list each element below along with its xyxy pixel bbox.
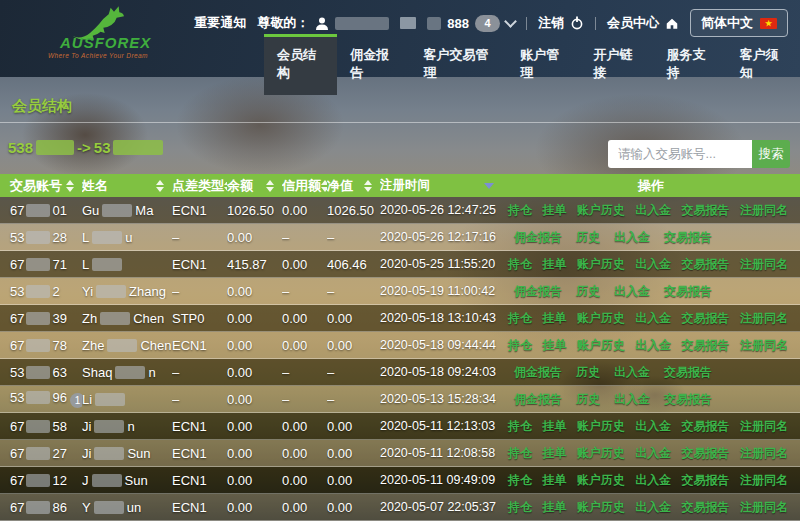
action-link[interactable]: 注册同名 (740, 499, 788, 516)
action-link[interactable]: 交易报告 (682, 202, 730, 219)
action-link[interactable]: 出入金 (635, 337, 671, 354)
search-input[interactable] (608, 140, 752, 168)
action-link[interactable]: 出入金 (635, 256, 671, 273)
action-link[interactable]: 交易报告 (682, 445, 730, 462)
action-link[interactable]: 持仓 (508, 499, 532, 516)
action-link[interactable]: 交易报告 (664, 283, 712, 300)
action-link[interactable]: 持仓 (508, 445, 532, 462)
sort-icon[interactable] (156, 180, 164, 192)
action-link[interactable]: 出入金 (635, 499, 671, 516)
sort-icon[interactable] (66, 180, 74, 192)
action-link[interactable]: 注册同名 (740, 445, 788, 462)
action-link[interactable]: 持仓 (508, 472, 532, 489)
breadcrumb-from[interactable]: 538 (8, 139, 33, 156)
account-prefix: 53 (10, 284, 24, 299)
action-link[interactable]: 出入金 (614, 283, 650, 300)
action-link[interactable]: 注册同名 (740, 337, 788, 354)
action-link[interactable]: 账户历史 (577, 418, 625, 435)
action-link[interactable]: 交易报告 (664, 364, 712, 381)
action-link[interactable]: 佣金报告 (514, 391, 562, 408)
header-cell[interactable]: 余额 (227, 177, 282, 195)
action-link[interactable]: 注册同名 (740, 472, 788, 489)
action-link[interactable]: 历史 (576, 391, 600, 408)
action-link[interactable]: 交易报告 (682, 256, 730, 273)
action-link[interactable]: 挂单 (542, 472, 566, 489)
table-row: 6701GuMaECN11026.500.001026.502020-05-26… (0, 197, 800, 224)
nav-tab[interactable]: 服务支持 (654, 34, 727, 95)
action-link[interactable]: 注册同名 (740, 256, 788, 273)
action-link[interactable]: 出入金 (635, 310, 671, 327)
header-cell[interactable]: 点差类型 (172, 177, 227, 195)
action-link[interactable]: 出入金 (614, 364, 650, 381)
action-link[interactable]: 账户历史 (577, 310, 625, 327)
action-link[interactable]: 历史 (576, 364, 600, 381)
nav-tab[interactable]: 佣金报告 (337, 34, 410, 95)
action-link[interactable]: 历史 (576, 283, 600, 300)
action-link[interactable]: 持仓 (508, 202, 532, 219)
action-link[interactable]: 账户历史 (577, 472, 625, 489)
action-link[interactable]: 持仓 (508, 418, 532, 435)
action-link[interactable]: 挂单 (542, 337, 566, 354)
sort-icon[interactable] (364, 180, 372, 192)
action-link[interactable]: 佣金报告 (514, 283, 562, 300)
nav-tab[interactable]: 开户链接 (580, 34, 653, 95)
header-cell[interactable]: 姓名 (82, 177, 172, 195)
header-cell[interactable]: 交易账号 (0, 177, 82, 195)
name-suffix: n (148, 365, 155, 380)
action-link[interactable]: 挂单 (542, 418, 566, 435)
search-button[interactable]: 搜索 (752, 140, 790, 168)
important-notice-link[interactable]: 重要通知 (194, 14, 246, 32)
action-link[interactable]: 出入金 (635, 418, 671, 435)
action-link[interactable]: 注册同名 (740, 418, 788, 435)
nav-tab[interactable]: 客户须知 (727, 34, 800, 95)
language-button[interactable]: 简体中文 ★ (690, 9, 788, 37)
action-link[interactable]: 交易报告 (682, 418, 730, 435)
action-link[interactable]: 出入金 (614, 229, 650, 246)
member-center-link[interactable]: 会员中心 (607, 14, 679, 32)
action-link[interactable]: 历史 (576, 229, 600, 246)
action-link[interactable]: 账户历史 (577, 499, 625, 516)
action-link[interactable]: 注册同名 (740, 310, 788, 327)
actions-cell: 持仓挂单账户历史出入金交易报告注册同名 (502, 499, 800, 516)
action-link[interactable]: 佣金报告 (514, 229, 562, 246)
account-switcher[interactable]: 888 4 (427, 15, 515, 32)
action-link[interactable]: 注册同名 (740, 202, 788, 219)
action-link[interactable]: 持仓 (508, 310, 532, 327)
action-link[interactable]: 账户历史 (577, 202, 625, 219)
action-link[interactable]: 交易报告 (682, 499, 730, 516)
action-link[interactable]: 交易报告 (682, 310, 730, 327)
action-link[interactable]: 出入金 (635, 445, 671, 462)
header-cell[interactable]: 净值 (327, 177, 380, 195)
action-link[interactable]: 出入金 (614, 391, 650, 408)
action-link[interactable]: 挂单 (542, 202, 566, 219)
action-link[interactable]: 挂单 (542, 445, 566, 462)
account-prefix: 53 (10, 390, 24, 405)
action-link[interactable]: 交易报告 (682, 337, 730, 354)
action-link[interactable]: 持仓 (508, 256, 532, 273)
action-link[interactable]: 挂单 (542, 499, 566, 516)
action-link[interactable]: 挂单 (542, 256, 566, 273)
action-link[interactable]: 交易报告 (664, 391, 712, 408)
nav-tab[interactable]: 会员结构 (264, 34, 337, 95)
action-link[interactable]: 交易报告 (682, 472, 730, 489)
sub-member-count-badge[interactable]: 1 (70, 393, 82, 408)
action-link[interactable]: 账户历史 (577, 337, 625, 354)
header-cell[interactable]: 操作 (502, 177, 800, 195)
action-link[interactable]: 佣金报告 (514, 364, 562, 381)
action-link[interactable]: 出入金 (635, 472, 671, 489)
header-cell[interactable]: 注册时间 (380, 177, 502, 194)
name-suffix: u (125, 230, 132, 245)
nav-tab[interactable]: 账户管理 (507, 34, 580, 95)
action-link[interactable]: 挂单 (542, 310, 566, 327)
nav-tab[interactable]: 客户交易管理 (410, 34, 507, 95)
name-suffix: Zhang (129, 284, 166, 299)
sort-icon[interactable] (266, 180, 274, 192)
action-link[interactable]: 账户历史 (577, 256, 625, 273)
action-link[interactable]: 出入金 (635, 202, 671, 219)
action-link[interactable]: 账户历史 (577, 445, 625, 462)
action-link[interactable]: 持仓 (508, 337, 532, 354)
logout-link[interactable]: 注销 (538, 14, 584, 32)
action-link[interactable]: 交易报告 (664, 229, 712, 246)
breadcrumb-to[interactable]: 53 (94, 139, 111, 156)
header-cell[interactable]: 信用额 (282, 177, 327, 195)
